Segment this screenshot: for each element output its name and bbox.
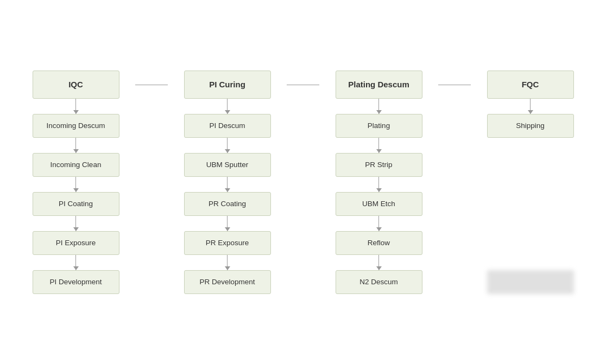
node-pr-coating: PR Coating <box>184 192 271 216</box>
node-reflow: Reflow <box>336 231 422 255</box>
connector <box>378 216 379 231</box>
connector <box>378 138 379 153</box>
connector <box>227 216 228 231</box>
node-n2-descum: N2 Descum <box>336 270 422 294</box>
node-iqc: IQC <box>33 71 119 99</box>
connector <box>75 138 76 153</box>
node-pr-strip: PR Strip <box>336 153 422 177</box>
connector <box>378 177 379 192</box>
node-pr-exposure: PR Exposure <box>184 231 271 255</box>
connector <box>75 255 76 270</box>
node-plating: Plating <box>336 114 422 138</box>
node-fqc: FQC <box>487 71 574 99</box>
connector <box>75 216 76 231</box>
node-plating-descum: Plating Descum <box>336 71 422 99</box>
node-pi-development: PI Development <box>33 270 119 294</box>
column-3: Plating Descum Plating PR Strip UBM Etch… <box>319 71 438 294</box>
connector <box>227 177 228 192</box>
column-2: PI Curing PI Descum UBM Sputter PR Coati… <box>168 71 287 294</box>
connector <box>378 255 379 270</box>
node-pr-development: PR Development <box>184 270 271 294</box>
node-ubm-sputter: UBM Sputter <box>184 153 271 177</box>
node-incoming-descum: Incoming Descum <box>33 114 119 138</box>
connector <box>530 99 531 114</box>
node-pi-coating: PI Coating <box>33 192 119 216</box>
node-redacted <box>487 270 574 294</box>
node-pi-exposure: PI Exposure <box>33 231 119 255</box>
connector <box>227 138 228 153</box>
column-1: IQC Incoming Descum Incoming Clean PI Co… <box>16 71 135 294</box>
node-pi-curing: PI Curing <box>184 71 271 99</box>
connector <box>378 99 379 114</box>
connector <box>227 255 228 270</box>
node-shipping: Shipping <box>487 114 574 138</box>
node-incoming-clean: Incoming Clean <box>33 153 119 177</box>
connector <box>75 177 76 192</box>
node-pi-descum: PI Descum <box>184 114 271 138</box>
connector <box>75 99 76 114</box>
connector <box>227 99 228 114</box>
node-ubm-etch: UBM Etch <box>336 192 422 216</box>
column-4: FQC Shipping <box>471 71 590 294</box>
flowchart: IQC Incoming Descum Incoming Clean PI Co… <box>0 60 606 305</box>
